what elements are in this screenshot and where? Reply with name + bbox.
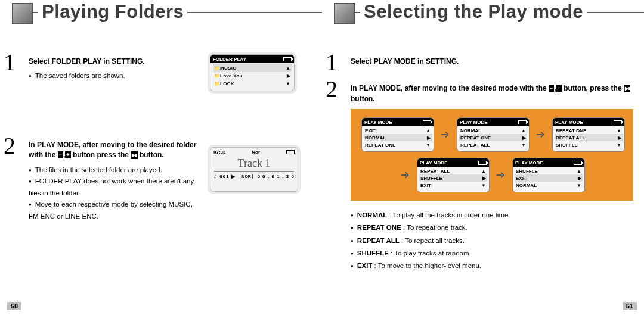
mini-screen-5: PLAY MODE SHUFFLE▲ EXIT▶ NORMAL▼ [512, 158, 585, 192]
step-2: 2 In PLAY MODE, after moving to the desi… [351, 83, 633, 104]
definitions: NORMAL : To play all the tracks in order… [351, 209, 633, 272]
lcd1-row-lock: 📁LOCK▼ [213, 80, 292, 88]
step2-heading: In PLAY MODE, after moving to the desire… [29, 140, 202, 161]
lcd1-title: FOLDER PLAY [213, 57, 246, 62]
page-title: Selecting the Play mode [360, 1, 587, 23]
progress-bar [214, 171, 294, 172]
mini-row: NORMAL▶ [364, 134, 432, 141]
def-normal: NORMAL : To play all the tracks in order… [351, 209, 633, 222]
page-title: Playing Folders [38, 1, 187, 23]
step2-heading: In PLAY MODE, after moving to the desire… [351, 83, 633, 104]
arrow-icon [494, 169, 507, 182]
mini-screen-1: PLAY MODE EXIT▲ NORMAL▶ REPEAT ONE▼ [361, 117, 434, 152]
step2-bullet: The files in the selected folder are pla… [29, 164, 197, 176]
step-2: 2 In PLAY MODE, after moving to the desi… [29, 140, 311, 235]
mini-row: SHUFFLE▶ [419, 174, 487, 182]
page-50: Playing Folders 1 Select FOLDER PLAY in … [0, 0, 322, 321]
mini-row: REPEAT ONE▲ [555, 127, 623, 134]
step2-bullet: Move to each respective mode by selectin… [29, 199, 197, 222]
mini-row: REPEAT ALL▼ [459, 141, 527, 148]
header-ornament [334, 3, 355, 24]
lcd2-mode: Nor [252, 149, 260, 155]
step-1: 1 Select FOLDER PLAY in SETTING. The sav… [29, 57, 311, 109]
battery-icon [283, 57, 292, 61]
mini-row: NORMAL▼ [515, 182, 583, 189]
content-right: 1 Select PLAY MODE in SETTING. 2 In PLAY… [322, 57, 644, 273]
play-pause-icon [131, 151, 137, 159]
def-exit: EXIT : To move to the higher-level menu. [351, 260, 633, 272]
mini-screen-2: PLAY MODE NORMAL▲ REPEAT ONE▶ REPEAT ALL… [457, 117, 530, 152]
step2-bullet: FOLDER PLAY does not work when there are… [29, 176, 197, 199]
mini-row: REPEAT ONE▼ [364, 141, 432, 148]
def-repeat-one: REPEAT ONE : To repeat one track. [351, 222, 633, 234]
step2-body: The files in the selected folder are pla… [29, 164, 197, 223]
mini-row: REPEAT ALL▶ [555, 134, 623, 141]
nor-badge: NOR [240, 174, 253, 179]
play-mode-panel: PLAY MODE EXIT▲ NORMAL▶ REPEAT ONE▼ PLAY… [351, 109, 633, 201]
def-repeat-all: REPEAT ALL : To repeat all tracks. [351, 235, 633, 247]
arrow-icon [399, 169, 412, 182]
step-number: 1 [4, 48, 16, 76]
play-pause-icon [624, 85, 630, 92]
header-right: Selecting the Play mode [322, 0, 644, 33]
lcd1-row-music: 📁MUSIC▲ [213, 64, 292, 72]
arrow-icon [534, 128, 547, 141]
mini-row: SHUFFLE▼ [555, 141, 623, 148]
page-number: 51 [623, 302, 637, 310]
minus-icon [58, 151, 63, 158]
arrow-icon [439, 128, 452, 141]
def-shuffle: SHUFFLE : To play tracks at random. [351, 247, 633, 260]
mini-row: NORMAL▲ [459, 127, 527, 134]
step-number: 2 [4, 132, 16, 160]
minus-icon [549, 85, 554, 92]
lcd1-row-loveyou: 📁Love You▶ [213, 72, 292, 80]
lcd-now-playing: 07:32 Nor Track 1 ♫ 001 ▶ NOR 0 0 : 0 1 … [208, 145, 301, 194]
lcd2-track-title: Track 1 [210, 157, 298, 170]
battery-icon [286, 150, 295, 154]
page-51: Selecting the Play mode 1 Select PLAY MO… [322, 0, 644, 321]
plus-icon [556, 85, 562, 92]
plus-icon [65, 151, 70, 158]
lcd-folder-play: FOLDER PLAY 📁MUSIC▲ 📁Love You▶ 📁LOCK▼ [208, 52, 297, 94]
step1-heading: Select PLAY MODE in SETTING. [351, 57, 633, 67]
mini-row: EXIT▲ [364, 127, 432, 134]
content-left: 1 Select FOLDER PLAY in SETTING. The sav… [0, 57, 322, 235]
mini-row: REPEAT ALL▲ [419, 167, 487, 174]
mini-row: EXIT▶ [515, 174, 583, 182]
step-1: 1 Select PLAY MODE in SETTING. [351, 57, 633, 67]
track-number: ♫ 001 ▶ [213, 174, 236, 179]
step-number: 1 [326, 48, 338, 76]
mini-row: SHUFFLE▲ [515, 167, 583, 174]
lcd2-time: 07:32 [213, 149, 225, 155]
mini-screen-3: PLAY MODE REPEAT ONE▲ REPEAT ALL▶ SHUFFL… [552, 117, 625, 152]
mini-screen-4: PLAY MODE REPEAT ALL▲ SHUFFLE▶ EXIT▼ [417, 158, 490, 192]
step-number: 2 [326, 75, 338, 103]
page-number: 50 [7, 302, 21, 310]
mini-row: REPEAT ONE▶ [459, 134, 527, 141]
header-left: Playing Folders [0, 0, 322, 33]
elapsed-time: 0 0 : 0 1 : 3 0 [257, 174, 295, 179]
mini-row: EXIT▼ [419, 182, 487, 189]
header-ornament [12, 3, 33, 24]
